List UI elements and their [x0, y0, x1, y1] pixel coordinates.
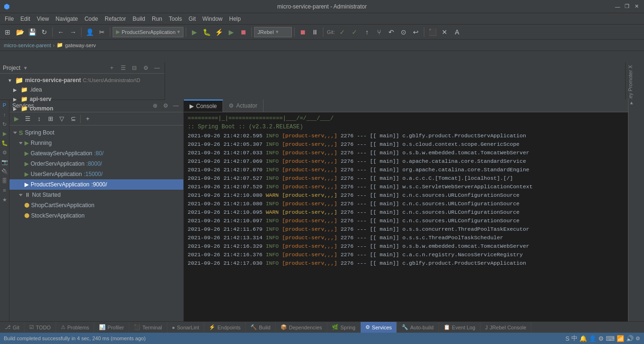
service-item-gateway[interactable]: ▶ GatewayServApplication :80/: [9, 148, 183, 159]
bottom-tab-dependencies[interactable]: 📦Dependencies: [276, 322, 327, 333]
breadcrumb-project[interactable]: micro-service-parent: [4, 42, 51, 48]
project-collapse-btn[interactable]: ⊟: [130, 63, 139, 73]
menu-item-window[interactable]: Window: [199, 15, 225, 23]
spring-boot-group[interactable]: S Spring Boot: [9, 127, 183, 138]
bottom-tab-sonarlint[interactable]: ●SonarLint: [167, 322, 205, 333]
sidebar-sync-icon[interactable]: ↻: [0, 120, 9, 128]
menu-item-run[interactable]: Run: [149, 15, 165, 23]
project-close-btn[interactable]: —: [152, 63, 162, 73]
running-group[interactable]: ▶ Running: [9, 138, 183, 148]
bottom-tab-event-log[interactable]: 📋Event Log: [439, 322, 481, 333]
git-check2[interactable]: ✓: [349, 26, 360, 38]
project-settings-btn[interactable]: ⚙: [141, 63, 150, 73]
service-item-user[interactable]: ▶ UserServApplication :15000/: [9, 169, 183, 179]
toolbar-pause[interactable]: ⏸: [309, 26, 321, 38]
breadcrumb-current[interactable]: gateway-serv: [65, 42, 96, 48]
toolbar-cut[interactable]: ✂: [96, 26, 107, 38]
close-button[interactable]: ✕: [633, 3, 640, 10]
toolbar-forward[interactable]: →: [67, 26, 79, 38]
maximize-button[interactable]: ❐: [623, 3, 631, 10]
toolbar-translate[interactable]: A: [451, 26, 462, 38]
toolbar-sync[interactable]: ↻: [39, 26, 50, 38]
status-keyboard[interactable]: ⌨: [606, 335, 615, 342]
sidebar-settings-icon[interactable]: ⚙: [0, 148, 9, 157]
menu-item-edit[interactable]: Edit: [17, 15, 33, 23]
toolbar-debug[interactable]: 🐛: [201, 26, 212, 38]
project-dropdown-icon[interactable]: ▾: [24, 65, 27, 71]
jrebel-dropdown[interactable]: JRebel ▾: [254, 27, 292, 37]
tree-root[interactable]: ▼ 📁 micro-service-parent C:\Users\Admini…: [0, 76, 165, 85]
git-history[interactable]: ⊙: [398, 26, 409, 38]
menu-item-git[interactable]: Git: [186, 15, 198, 23]
status-user[interactable]: 👤: [589, 335, 596, 342]
sidebar-structure-icon[interactable]: ≡: [0, 186, 9, 194]
tree-api-serv[interactable]: ▶ 📁 api-serv: [0, 94, 165, 104]
sidebar-plugin-icon[interactable]: 🔌: [0, 167, 9, 176]
menu-item-code[interactable]: Code: [82, 15, 101, 23]
git-undo[interactable]: ↩: [410, 26, 421, 38]
service-item-shopcart[interactable]: ShopCartServApplication: [9, 200, 183, 210]
status-settings[interactable]: ⚙: [598, 335, 604, 342]
status-wifi[interactable]: 📶: [617, 335, 624, 342]
toolbar-back[interactable]: ←: [55, 26, 66, 38]
toolbar-nav[interactable]: 👤: [84, 26, 95, 38]
toolbar-stop2[interactable]: ⏹: [297, 26, 308, 38]
bottom-tab-spring[interactable]: 🌿Spring: [327, 322, 361, 333]
status-volume[interactable]: 🔊: [626, 335, 634, 342]
sidebar-debug-icon[interactable]: 🐛: [0, 139, 9, 147]
tree-idea[interactable]: ▶ 📁 .idea: [0, 85, 165, 94]
bottom-tab-problems[interactable]: ⚠Problems: [56, 322, 94, 333]
toolbar-run[interactable]: ▶: [189, 26, 200, 38]
status-icon-lang[interactable]: 中: [571, 334, 578, 343]
sidebar-fav-icon[interactable]: ★: [0, 195, 9, 204]
bottom-tab-build[interactable]: 🔨Build: [246, 322, 275, 333]
sidebar-run-icon[interactable]: ▶: [0, 129, 9, 138]
bottom-tab-endpoints[interactable]: ⚡Endpoints: [204, 322, 246, 333]
bottom-tab-auto-build[interactable]: 🔧Auto-build: [397, 322, 439, 333]
bottom-tab-profiler[interactable]: 📊Profiler: [94, 322, 129, 333]
toolbar-open[interactable]: 📂: [14, 26, 25, 38]
key-promoter-panel[interactable]: Key Promoter X: [627, 62, 634, 105]
services-minimize-btn[interactable]: —: [171, 101, 181, 110]
menu-item-navigate[interactable]: Navigate: [53, 15, 81, 23]
bottom-tab-terminal[interactable]: ⬛Terminal: [129, 322, 167, 333]
minimize-button[interactable]: —: [614, 3, 621, 10]
toolbar-stop[interactable]: ⏹: [238, 26, 249, 38]
menu-item-build[interactable]: Build: [130, 15, 148, 23]
run-config-dropdown[interactable]: ▶ ProductServApplication ▾: [113, 27, 183, 37]
project-list-btn[interactable]: ☰: [118, 63, 128, 73]
toolbar-new[interactable]: ⊞: [2, 26, 13, 38]
status-notification[interactable]: 🔔: [579, 335, 587, 342]
bottom-tab-services[interactable]: ⚙Services: [361, 322, 397, 333]
menu-item-file[interactable]: File: [2, 15, 17, 23]
git-push[interactable]: ↑: [361, 26, 372, 38]
toolbar-bookmark[interactable]: ⬛: [427, 26, 438, 38]
menu-item-tools[interactable]: Tools: [166, 15, 185, 23]
bottom-tab-jrebel-console[interactable]: JJRebel Console: [480, 322, 531, 333]
project-add-btn[interactable]: +: [107, 63, 116, 73]
service-item-product[interactable]: ▶ ProductServApplication :9000/: [9, 179, 183, 190]
console-content[interactable]: =========|_|================|___/=/___/_…: [184, 112, 628, 333]
git-revert[interactable]: ↶: [386, 26, 397, 38]
toolbar-coverage[interactable]: ⚡: [213, 26, 224, 38]
service-item-stock[interactable]: StockServApplication: [9, 210, 183, 221]
git-branch[interactable]: ⑂: [373, 26, 385, 38]
menu-item-view[interactable]: View: [34, 15, 52, 23]
menu-item-help[interactable]: Help: [226, 15, 244, 23]
sidebar-camera-icon[interactable]: 📷: [0, 158, 9, 166]
toolbar-annotate[interactable]: ✕: [439, 26, 450, 38]
console-tab-console[interactable]: ▶ Console: [184, 100, 223, 112]
tree-common[interactable]: ▶ 📁 common: [0, 104, 165, 113]
scroll-up-btn[interactable]: ▲: [628, 99, 635, 106]
menu-item-refactor[interactable]: Refactor: [102, 15, 129, 23]
sidebar-db-icon[interactable]: 🗄: [0, 176, 9, 185]
service-item-order[interactable]: ▶ OrderServApplication :8000/: [9, 159, 183, 169]
bottom-tab-git[interactable]: ⎇Git: [0, 322, 25, 333]
git-check[interactable]: ✓: [337, 26, 348, 38]
status-icon-1[interactable]: S: [565, 335, 570, 342]
console-tab-actuator[interactable]: ⚙ Actuator: [223, 100, 264, 112]
bottom-tab-todo[interactable]: ☑TODO: [25, 322, 56, 333]
not-started-group[interactable]: ⏸ Not Started: [9, 190, 183, 200]
toolbar-profile[interactable]: ▶: [225, 26, 237, 38]
toolbar-save[interactable]: 💾: [26, 26, 38, 38]
